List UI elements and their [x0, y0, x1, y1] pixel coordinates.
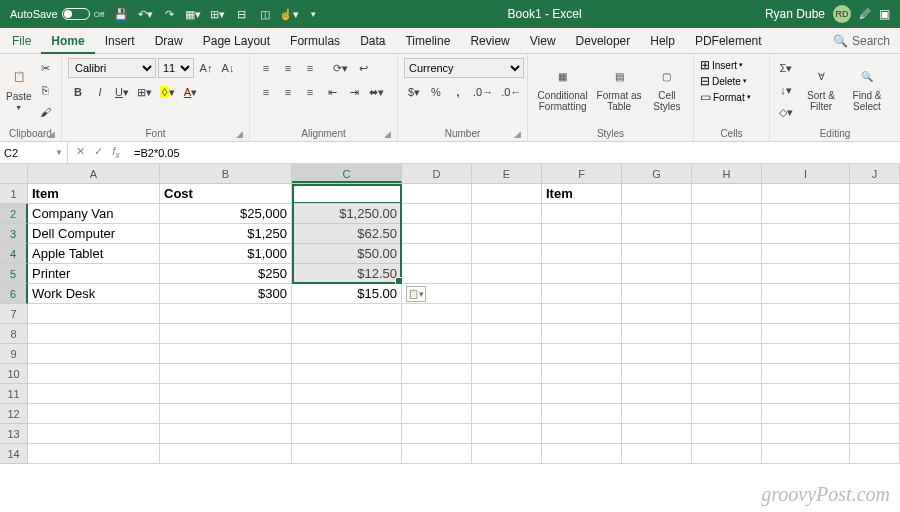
cell[interactable]	[622, 324, 692, 344]
cell[interactable]	[292, 404, 402, 424]
user-name[interactable]: Ryan Dube	[765, 7, 825, 21]
cell[interactable]	[28, 404, 160, 424]
row-header[interactable]: 9	[0, 344, 28, 364]
cell[interactable]	[850, 384, 900, 404]
cell[interactable]	[292, 344, 402, 364]
clear-icon[interactable]: ◇▾	[776, 102, 796, 122]
insert-cells-button[interactable]: ⊞Insert▾	[700, 58, 743, 72]
merge-center-icon[interactable]: ⬌▾	[366, 82, 387, 102]
cell[interactable]	[472, 184, 542, 204]
decrease-decimal-icon[interactable]: .0←	[498, 82, 524, 102]
column-header[interactable]: J	[850, 164, 900, 183]
tab-formulas[interactable]: Formulas	[280, 28, 350, 54]
cell[interactable]	[762, 324, 850, 344]
cell[interactable]	[692, 324, 762, 344]
cell[interactable]	[160, 344, 292, 364]
cell[interactable]	[850, 264, 900, 284]
row-header[interactable]: 4	[0, 244, 28, 264]
cell[interactable]	[402, 304, 472, 324]
cell[interactable]	[28, 324, 160, 344]
percent-format-icon[interactable]: %	[426, 82, 446, 102]
autosave-toggle[interactable]: AutoSave Off	[4, 8, 110, 20]
tab-draw[interactable]: Draw	[145, 28, 193, 54]
cell[interactable]	[160, 424, 292, 444]
cancel-icon[interactable]: ✕	[72, 145, 88, 160]
cell[interactable]	[850, 404, 900, 424]
row-header[interactable]: 14	[0, 444, 28, 464]
cell[interactable]	[692, 364, 762, 384]
cell[interactable]	[542, 304, 622, 324]
cell[interactable]	[472, 264, 542, 284]
cell[interactable]	[762, 264, 850, 284]
cell[interactable]	[692, 284, 762, 304]
cell[interactable]	[160, 304, 292, 324]
border-button[interactable]: ⊞▾	[134, 82, 155, 102]
tab-page-layout[interactable]: Page Layout	[193, 28, 280, 54]
align-left-icon[interactable]: ≡	[256, 82, 276, 102]
align-bottom-icon[interactable]: ≡	[300, 58, 320, 78]
increase-font-icon[interactable]: A↑	[196, 58, 216, 78]
decrease-indent-icon[interactable]: ⇤	[322, 82, 342, 102]
tab-developer[interactable]: Developer	[566, 28, 641, 54]
column-header[interactable]: C	[292, 164, 402, 183]
cell[interactable]	[622, 244, 692, 264]
cell[interactable]	[762, 224, 850, 244]
cell[interactable]	[292, 444, 402, 464]
cell[interactable]	[692, 384, 762, 404]
cell[interactable]: $250	[160, 264, 292, 284]
cell[interactable]: $300	[160, 284, 292, 304]
cell[interactable]: Tax	[292, 184, 402, 204]
cell[interactable]: $62.50	[292, 224, 402, 244]
cell[interactable]	[402, 384, 472, 404]
underline-button[interactable]: U▾	[112, 82, 132, 102]
cell[interactable]	[160, 404, 292, 424]
row-header[interactable]: 1	[0, 184, 28, 204]
cell[interactable]	[850, 284, 900, 304]
sort-filter-button[interactable]: ∀ Sort & Filter	[800, 58, 842, 118]
ribbon-options-icon[interactable]: ▣	[879, 7, 890, 21]
row-header[interactable]: 8	[0, 324, 28, 344]
cell[interactable]	[292, 324, 402, 344]
cell[interactable]	[402, 224, 472, 244]
fill-icon[interactable]: ↓▾	[776, 80, 796, 100]
cell[interactable]	[622, 364, 692, 384]
cell[interactable]	[160, 384, 292, 404]
decrease-font-icon[interactable]: A↓	[218, 58, 238, 78]
dialog-launcher-icon[interactable]: ◢	[514, 129, 521, 139]
orientation-icon[interactable]: ⟳▾	[330, 58, 351, 78]
cell[interactable]	[762, 344, 850, 364]
cell[interactable]	[622, 424, 692, 444]
align-middle-icon[interactable]: ≡	[278, 58, 298, 78]
align-center-icon[interactable]: ≡	[278, 82, 298, 102]
cell[interactable]: Cost	[160, 184, 292, 204]
cell[interactable]	[542, 364, 622, 384]
cell[interactable]	[762, 204, 850, 224]
cell[interactable]	[292, 364, 402, 384]
tab-data[interactable]: Data	[350, 28, 395, 54]
cell[interactable]	[28, 304, 160, 324]
cell[interactable]	[850, 224, 900, 244]
cell[interactable]	[402, 424, 472, 444]
spreadsheet-grid[interactable]: ABCDEFGHIJ 1ItemCostTaxItem2Company Van$…	[0, 164, 900, 464]
cell[interactable]	[622, 444, 692, 464]
cell[interactable]	[402, 444, 472, 464]
cell[interactable]	[542, 404, 622, 424]
font-name-select[interactable]: Calibri	[68, 58, 156, 78]
cell[interactable]: $15.00	[292, 284, 402, 304]
cell[interactable]	[850, 344, 900, 364]
cell[interactable]	[472, 404, 542, 424]
cell[interactable]: $25,000	[160, 204, 292, 224]
cell[interactable]	[762, 184, 850, 204]
cell[interactable]	[762, 444, 850, 464]
cell[interactable]	[292, 304, 402, 324]
cell[interactable]: $1,250	[160, 224, 292, 244]
cell[interactable]	[292, 384, 402, 404]
accounting-format-icon[interactable]: $▾	[404, 82, 424, 102]
cell[interactable]	[542, 224, 622, 244]
touch-mode-icon[interactable]: ☝▾	[278, 3, 300, 25]
cut-icon[interactable]: ✂	[36, 58, 56, 78]
qat-icon[interactable]: ▦▾	[182, 3, 204, 25]
cell[interactable]	[692, 184, 762, 204]
cell[interactable]	[622, 404, 692, 424]
copy-icon[interactable]: ⎘	[36, 80, 56, 100]
